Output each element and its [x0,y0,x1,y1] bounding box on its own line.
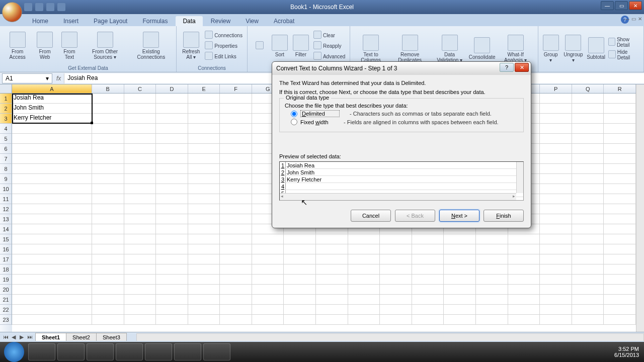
cell[interactable] [156,164,188,174]
cell[interactable] [92,164,124,174]
start-button[interactable] [4,342,24,362]
cell[interactable] [156,315,188,325]
cancel-button[interactable]: Cancel [351,210,391,222]
cell[interactable] [540,94,572,104]
refresh-all-button[interactable]: Refresh All ▾ [180,31,202,61]
cell[interactable] [220,134,252,144]
cell[interactable] [412,264,444,275]
cell[interactable] [604,144,636,154]
cell[interactable] [572,264,604,275]
cell[interactable] [508,264,540,275]
tab-acrobat[interactable]: Acrobat [267,16,301,26]
cell[interactable] [540,194,572,204]
cell[interactable] [284,295,316,305]
cell[interactable] [124,174,156,184]
cell[interactable] [92,305,124,315]
cell[interactable] [92,114,124,124]
cell[interactable] [316,275,348,285]
hide-detail-button[interactable]: Hide Detail [607,49,640,61]
row-header[interactable]: 15 [0,234,12,244]
cell[interactable] [220,264,252,275]
cell[interactable] [124,234,156,244]
cell[interactable] [252,234,284,244]
cell[interactable] [316,264,348,275]
cell[interactable] [220,184,252,194]
cell[interactable] [252,264,284,275]
cell[interactable] [188,144,220,154]
column-header[interactable]: C [124,84,156,93]
existing-connections-button[interactable]: Existing Connections [129,31,174,61]
cell[interactable] [156,234,188,244]
cell[interactable] [156,305,188,315]
cell[interactable] [444,275,476,285]
cell[interactable] [188,285,220,295]
cell[interactable] [124,254,156,264]
cell[interactable] [572,285,604,295]
tab-view[interactable]: View [238,16,266,26]
row-header[interactable]: 22 [0,305,12,315]
cell[interactable] [572,104,604,114]
cell[interactable] [124,144,156,154]
system-tray[interactable]: 3:52 PM 6/15/2013 [609,346,644,358]
cell[interactable] [220,104,252,114]
cell[interactable] [444,295,476,305]
row-header[interactable]: 9 [0,174,12,184]
cell[interactable] [572,134,604,144]
cell[interactable] [12,124,92,134]
minimize-button[interactable]: — [601,1,614,10]
cell[interactable] [188,184,220,194]
cell[interactable] [380,275,412,285]
cell[interactable] [412,254,444,264]
cell[interactable] [124,154,156,164]
column-header[interactable]: E [188,84,220,93]
cell[interactable] [12,315,92,325]
dialog-help-button[interactable]: ? [500,63,514,72]
cell[interactable] [220,285,252,295]
cell[interactable] [188,214,220,224]
cell[interactable] [540,154,572,164]
cell[interactable] [124,285,156,295]
delimited-label[interactable]: Delimited [300,110,340,117]
column-header[interactable]: Q [572,84,604,93]
cell[interactable] [348,285,380,295]
cell[interactable] [412,295,444,305]
cell[interactable] [508,275,540,285]
tab-page-layout[interactable]: Page Layout [87,16,134,26]
connections-button[interactable]: Connections [203,30,244,40]
cell[interactable] [12,234,92,244]
preview-vscroll[interactable] [516,162,523,193]
cell[interactable] [604,104,636,114]
cell[interactable] [92,244,124,254]
back-button[interactable]: < Back [395,210,435,222]
cell[interactable] [444,315,476,325]
cell[interactable] [604,164,636,174]
cell[interactable] [156,174,188,184]
cell[interactable] [412,244,444,254]
cell[interactable] [380,305,412,315]
cell[interactable] [508,295,540,305]
fx-icon[interactable]: fx [56,75,61,82]
cell[interactable] [572,154,604,164]
cell[interactable] [92,254,124,264]
cell[interactable] [12,134,92,144]
cell[interactable] [412,285,444,295]
cell[interactable] [412,234,444,244]
cell[interactable] [508,244,540,254]
qat-redo-icon[interactable] [46,3,54,11]
taskbar-app-icon[interactable] [116,343,143,360]
cell[interactable] [220,194,252,204]
cell[interactable] [572,204,604,214]
row-header[interactable]: 7 [0,154,12,164]
cell[interactable] [156,154,188,164]
cell[interactable] [572,254,604,264]
cell[interactable] [156,194,188,204]
cell[interactable] [540,295,572,305]
name-box[interactable]: A1▾ [2,73,52,83]
cell[interactable] [188,224,220,234]
cell[interactable] [540,144,572,154]
cell[interactable] [572,164,604,174]
qat-print-icon[interactable] [57,3,65,11]
cell[interactable] [12,244,92,254]
column-header[interactable]: F [220,84,252,93]
column-header[interactable]: A [12,84,92,93]
